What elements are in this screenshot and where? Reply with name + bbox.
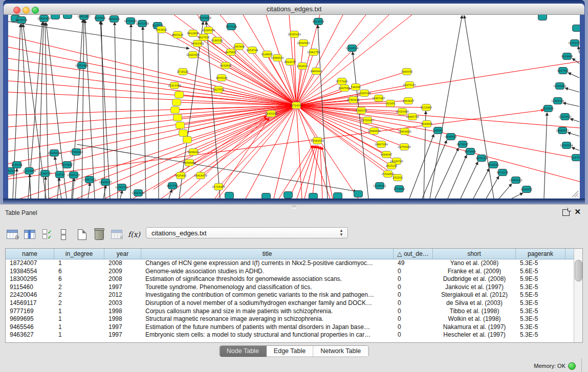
graph-node[interactable] — [309, 193, 318, 199]
graph-node[interactable] — [538, 15, 547, 20]
table-selector-dropdown[interactable]: citations_edges.txt ▲▼ — [146, 227, 348, 238]
panel-drag-handle[interactable] — [292, 206, 296, 209]
table-row[interactable]: 977716911998Corpus callosum shape and si… — [6, 308, 574, 316]
tab-edge-table[interactable]: Edge Table — [267, 346, 313, 357]
tab-network-table[interactable]: Network Table — [313, 346, 368, 357]
scrollbar-thumb[interactable] — [575, 260, 582, 281]
graph-edge[interactable] — [409, 134, 434, 199]
graph-edge[interactable] — [435, 148, 459, 199]
column-header-title[interactable]: title — [141, 249, 394, 259]
table-row[interactable]: 911546021997Tourette syndrome. Phenomeno… — [6, 283, 574, 292]
graph-edge[interactable] — [486, 176, 499, 199]
graph-node[interactable] — [354, 191, 363, 198]
graph-edge[interactable] — [198, 43, 296, 105]
graph-edge[interactable] — [130, 24, 131, 199]
graph-edge[interactable] — [296, 15, 366, 105]
graph-edge[interactable] — [279, 145, 313, 199]
graph-edge[interactable] — [105, 105, 296, 199]
graph-node[interactable] — [171, 107, 180, 114]
graph-node[interactable] — [63, 15, 72, 19]
table-row[interactable]: 1872400712008Changes of HCN gene express… — [6, 259, 574, 268]
graph-edge[interactable] — [461, 162, 478, 199]
float-panel-icon[interactable] — [562, 209, 570, 216]
column-header-out-de-[interactable]: △ out_de… — [394, 249, 433, 259]
graph-edge[interactable] — [499, 184, 512, 199]
graph-node[interactable] — [262, 193, 271, 199]
graph-edge[interactable] — [181, 105, 296, 176]
graph-edge[interactable] — [353, 52, 368, 199]
table-row[interactable]: 1830029562008Estimation of significance … — [6, 275, 574, 283]
column-header-year[interactable]: year — [104, 249, 141, 259]
graph-node[interactable] — [183, 137, 192, 143]
graph-node[interactable] — [172, 99, 181, 106]
graph-edge[interactable] — [296, 15, 389, 105]
graph-edge[interactable] — [189, 105, 296, 199]
graph-edge[interactable] — [422, 140, 447, 199]
column-management-icon[interactable]: ⚙ — [5, 227, 19, 242]
graph-edge[interactable] — [296, 105, 317, 141]
graph-edge[interactable] — [15, 168, 17, 199]
close-panel-icon[interactable]: ✕ — [574, 207, 581, 216]
graph-edge[interactable] — [296, 105, 302, 199]
graph-edge[interactable] — [143, 27, 146, 199]
table-row[interactable]: 969969511998Structural magnetic resonanc… — [6, 315, 574, 323]
graph-edge[interactable] — [296, 15, 412, 105]
graph-edge[interactable] — [101, 21, 105, 199]
window-titlebar[interactable]: citations_edges.txt — [4, 4, 584, 15]
graph-edge[interactable] — [568, 133, 579, 136]
table-row[interactable]: 2242004622012Investigating the contribut… — [6, 291, 574, 299]
graph-edge[interactable] — [473, 168, 489, 199]
graph-node[interactable] — [175, 92, 184, 98]
graph-edge[interactable] — [296, 105, 388, 174]
graph-edge[interactable] — [568, 73, 579, 78]
graph-node[interactable] — [173, 115, 182, 121]
function-builder-icon[interactable]: f(x) — [127, 227, 141, 242]
resize-grip[interactable] — [571, 189, 579, 198]
graph-edge[interactable] — [88, 183, 90, 199]
column-header-pagerank[interactable]: pagerank — [516, 249, 565, 259]
table-row[interactable]: 946362711997Embryonic stem cells: a mode… — [6, 331, 574, 339]
graph-edge[interactable] — [578, 46, 579, 53]
graph-edge[interactable] — [217, 105, 296, 199]
table-row[interactable]: 1456911722003Disruption of a novel membe… — [6, 299, 574, 308]
graph-node[interactable] — [176, 122, 185, 129]
column-header-short[interactable]: short — [433, 249, 516, 259]
graph-edge[interactable] — [115, 22, 118, 199]
column-header-in-degree[interactable]: in_degree — [54, 249, 104, 259]
graph-node[interactable] — [334, 193, 342, 199]
graph-edge[interactable] — [296, 43, 303, 105]
graph-node[interactable] — [51, 15, 60, 19]
graph-edge[interactable] — [193, 105, 296, 152]
graph-edge[interactable] — [120, 190, 122, 199]
graph-edge[interactable] — [563, 103, 579, 106]
delete-column-icon[interactable] — [92, 227, 106, 242]
show-columns-icon[interactable] — [23, 227, 37, 242]
graph-edge[interactable] — [158, 29, 159, 199]
graph-node[interactable] — [284, 192, 293, 199]
graph-edge[interactable] — [572, 147, 579, 150]
graph-edge[interactable] — [169, 189, 172, 199]
row-height-icon[interactable] — [56, 227, 71, 242]
delete-table-icon[interactable]: ✕ — [110, 227, 124, 242]
graph-edge[interactable] — [464, 15, 494, 199]
table-vertical-scrollbar[interactable] — [574, 249, 582, 342]
citation-graph[interactable]: 9435572206914061065328715276026466160107… — [8, 15, 580, 199]
graph-edge[interactable] — [246, 105, 296, 199]
select-rows-icon[interactable]: ✓✓ — [40, 227, 54, 242]
graph-node[interactable] — [225, 192, 234, 199]
create-column-icon[interactable] — [75, 227, 89, 242]
memory-status-led-icon[interactable] — [568, 362, 576, 370]
graph-edge[interactable] — [296, 15, 320, 105]
graph-edge[interactable] — [565, 88, 579, 92]
graph-edge[interactable] — [430, 15, 462, 199]
graph-node[interactable] — [179, 130, 188, 137]
column-header-name[interactable]: name — [6, 249, 54, 259]
graph-node[interactable] — [573, 25, 580, 32]
graph-edge[interactable] — [82, 19, 84, 199]
graph-edge[interactable] — [8, 92, 296, 105]
network-canvas[interactable]: 9435572206914061065328715276026466160107… — [8, 15, 580, 199]
table-row[interactable]: 1938455462009Genome-wide association stu… — [6, 268, 574, 276]
graph-edge[interactable] — [570, 119, 579, 122]
table-row[interactable]: 946554611997Estimation of the future num… — [6, 323, 574, 332]
graph-edge[interactable] — [544, 113, 547, 199]
